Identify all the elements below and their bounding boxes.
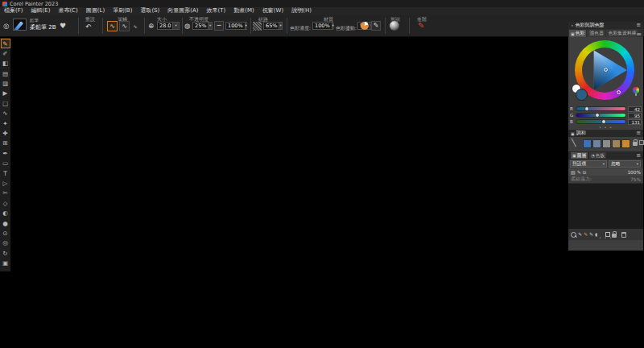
blend-mode-select[interactable]: 預設值▾ xyxy=(570,160,607,168)
stroke-options-button[interactable]: ∿ xyxy=(131,23,139,31)
menu-item[interactable]: 效果(T) xyxy=(203,7,230,15)
layer-opacity-value[interactable]: 100% xyxy=(627,170,641,175)
navigator-tool[interactable]: ▣ xyxy=(1,259,10,268)
brush-ghost-icon[interactable]: ◎ xyxy=(3,23,9,30)
rotate-page-tool[interactable]: ↻ xyxy=(1,248,10,258)
panel-menu-icon[interactable]: ≡ xyxy=(636,153,641,159)
grabber-tool[interactable]: ◎ xyxy=(1,238,10,248)
lock-icon[interactable] xyxy=(633,142,638,146)
sponge-tool[interactable]: ● xyxy=(1,218,10,228)
harmony-swatch[interactable] xyxy=(583,139,592,148)
color-options-icon[interactable] xyxy=(361,22,369,30)
menu-item[interactable]: 筆刷(B) xyxy=(109,7,136,15)
zoom-tool[interactable]: ⊙ xyxy=(1,228,10,238)
dodge-tool[interactable]: ◐ xyxy=(1,209,10,218)
brush-selector[interactable] xyxy=(13,19,27,31)
layer-mask-icon[interactable]: ⧉ xyxy=(583,170,586,175)
dropdown-arrow-icon[interactable]: ▾ xyxy=(279,23,282,29)
dropdown-arrow-icon[interactable]: ▾ xyxy=(208,23,212,29)
slider-value[interactable]: 131 xyxy=(628,119,642,125)
brush-tool[interactable]: ✎ xyxy=(1,39,10,48)
slider-knob[interactable] xyxy=(601,119,606,124)
current-color-swatch[interactable] xyxy=(576,89,588,101)
slider-value[interactable]: 95 xyxy=(628,113,642,118)
harmony-swatch[interactable] xyxy=(621,139,630,148)
dab-preview-icon[interactable] xyxy=(390,21,399,31)
paper-texture-icon[interactable] xyxy=(253,22,262,31)
slider-knob[interactable] xyxy=(595,113,600,118)
menu-item[interactable]: 向量圖形(A) xyxy=(163,7,202,15)
grain-field[interactable]: 65%▾ xyxy=(263,22,283,30)
slider-track[interactable] xyxy=(576,113,626,118)
harmony-type-icon[interactable]: ╲ xyxy=(572,139,576,147)
slider-track[interactable] xyxy=(576,119,626,124)
harmony-swatch[interactable] xyxy=(592,139,601,148)
eraser-tool[interactable]: ▨ xyxy=(1,79,10,89)
harmony-grid-icon[interactable] xyxy=(639,140,644,145)
reset-tool-icon[interactable]: ↶ xyxy=(85,23,91,31)
dropdown-arrow-icon[interactable]: ▾ xyxy=(245,23,247,29)
crop-tool[interactable]: ⊞ xyxy=(1,139,10,148)
menu-item[interactable]: 動畫(M) xyxy=(229,7,258,15)
preserve-transparency-icon[interactable]: ▧ xyxy=(571,170,576,175)
color-jitter-label: 色彩擾動: xyxy=(336,25,357,32)
composite-depth-select[interactable]: 忽略▾ xyxy=(609,160,641,168)
color-panel-header[interactable]: • 色彩與調色盤 ≡ xyxy=(568,22,643,29)
harmony-swatch[interactable] xyxy=(602,139,611,148)
slider-track[interactable] xyxy=(576,106,626,111)
flow-field[interactable]: 100%▾ xyxy=(225,22,247,30)
hue-cursor[interactable] xyxy=(617,90,621,94)
panel-more-dots[interactable]: • • • xyxy=(568,235,643,240)
rect-shape-tool[interactable]: ▭ xyxy=(1,159,10,168)
harmony-panel-header[interactable]: ▣ 調和 ≡ xyxy=(568,130,643,137)
transform-tool[interactable]: ✚ xyxy=(1,129,10,139)
layer-adjuster-tool[interactable]: ▶ xyxy=(1,89,10,98)
harmony-swatch[interactable] xyxy=(612,139,621,148)
menu-item[interactable]: 圖層(L) xyxy=(82,7,109,15)
resaturation-field[interactable]: 100%▾ xyxy=(312,22,333,30)
tab-channels[interactable]: ◔ 色版 xyxy=(589,152,606,159)
gradient-tool[interactable]: ▤ xyxy=(1,68,10,78)
pen-tool[interactable]: ✒ xyxy=(1,148,10,158)
opacity-field[interactable]: 25%▾ xyxy=(192,22,213,30)
menu-item[interactable]: 編輯(E) xyxy=(27,7,55,15)
menu-item[interactable]: 說明(H) xyxy=(287,7,316,15)
shape-select-tool[interactable]: ▷ xyxy=(1,178,10,188)
text-tool[interactable]: T xyxy=(1,168,10,178)
menu-item[interactable]: 畫布(C) xyxy=(54,7,81,15)
dropdown-arrow-icon[interactable]: ▾ xyxy=(172,23,179,29)
smoothing-icon[interactable]: ∽ xyxy=(214,21,224,31)
brush-variant[interactable]: 柔鉛筆 2B xyxy=(30,23,56,31)
pickup-underlying-icon[interactable]: ✎ xyxy=(577,170,581,175)
color-set-icon[interactable] xyxy=(633,87,639,93)
straight-stroke-button[interactable]: ∿ xyxy=(119,21,130,31)
harmony-panel-title: 調和 xyxy=(576,130,586,137)
slider-knob[interactable] xyxy=(584,106,589,111)
favorite-heart-icon[interactable]: ♥ xyxy=(60,23,66,30)
color-panel-tab[interactable]: 色彩集資料庫 xyxy=(606,30,638,37)
dropdown-arrow-icon[interactable]: ▾ xyxy=(332,23,334,29)
sv-cursor[interactable] xyxy=(604,68,608,72)
menu-item[interactable]: 檔案(F) xyxy=(0,7,27,15)
slider-value[interactable]: 42 xyxy=(628,106,642,112)
color-panel-tab[interactable]: 混色器 xyxy=(587,30,605,37)
scissors-tool[interactable]: ✂ xyxy=(1,188,10,198)
tab-layers[interactable]: ▣ 圖層 xyxy=(571,152,588,159)
paint-bucket-tool[interactable]: ◧ xyxy=(1,59,10,68)
layer-list[interactable] xyxy=(568,183,643,229)
point-edit-tool[interactable]: ◇ xyxy=(1,198,10,208)
panel-menu-icon[interactable]: ≡ xyxy=(636,23,641,28)
panel-menu-icon[interactable]: ≡ xyxy=(636,130,641,136)
menu-item[interactable]: 選取(S) xyxy=(136,7,163,15)
dropper-tool[interactable]: ✐ xyxy=(1,48,10,58)
menu-item[interactable]: 視窗(W) xyxy=(258,7,287,15)
lasso-tool[interactable]: ∿ xyxy=(1,109,10,118)
rect-select-tool[interactable]: □ xyxy=(1,98,10,108)
magic-wand-tool[interactable]: ✦ xyxy=(1,118,10,128)
freehand-stroke-button[interactable]: ∿ xyxy=(107,21,118,31)
edit-color-icon[interactable]: ✎ xyxy=(371,21,381,31)
color-panel-tab[interactable]: ▣ 色彩 xyxy=(569,30,586,37)
layer-opacity-row[interactable]: ▧ ✎ ⧉ 100% xyxy=(568,168,643,176)
size-field[interactable]: 28.0▾ xyxy=(157,22,180,30)
advanced-brush-icon[interactable]: ✎ xyxy=(418,22,424,30)
